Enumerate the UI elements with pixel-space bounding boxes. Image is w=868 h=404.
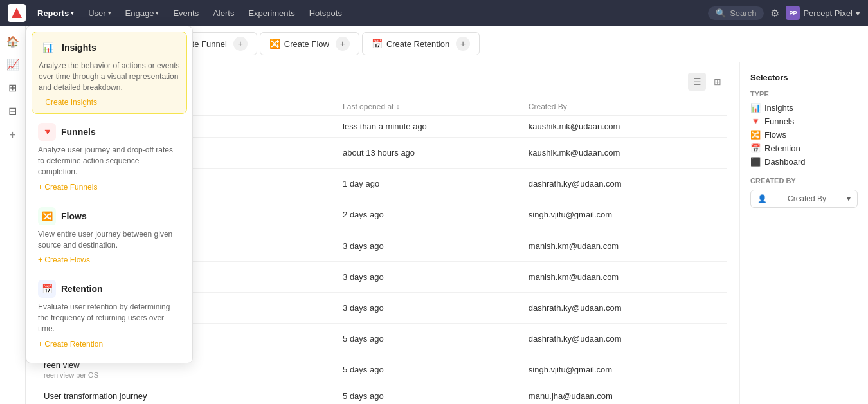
grid-view-toggle[interactable]: ⊞ (709, 73, 727, 91)
row-created-by: dashrath.ky@udaan.com (523, 169, 727, 199)
row-created-by: dashrath.ky@udaan.com (523, 324, 727, 354)
retention-icon: 📅 (38, 280, 56, 298)
type-item-flows[interactable]: 🔀 Flows (750, 130, 858, 140)
create-retention-button[interactable]: 📅 Create Retention + (362, 32, 480, 55)
row-last-opened: 2 days ago (338, 199, 523, 230)
dropdown-section-flows[interactable]: 🔀 Flows View entire user journey between… (32, 201, 187, 271)
create-flow-label: Create Flow (284, 39, 329, 49)
left-sidebar: 🏠 📈 ⊞ ⊟ + (0, 26, 26, 404)
sidebar-home-icon[interactable]: 🏠 (3, 31, 23, 51)
row-created-by: dashrath.ky@udaan.com (523, 293, 727, 324)
retention-title: Retention (61, 284, 103, 294)
sidebar-chart-icon[interactable]: 📈 (3, 54, 23, 75)
retention-label: Retention (764, 143, 800, 153)
row-created-by: manish.km@udaan.com (523, 262, 727, 293)
row-created-by: kaushik.mk@udaan.com (523, 138, 727, 169)
create-retention-label: Create Retention (386, 39, 449, 49)
flows-btn-icon: 🔀 (269, 39, 280, 49)
settings-icon[interactable]: ⚙ (768, 5, 782, 22)
flows-title: Flows (61, 211, 87, 221)
search-bar[interactable]: 🔍 Search (708, 6, 764, 20)
selectors-title: Selectors (750, 73, 858, 82)
create-insights-link[interactable]: + Create Insights (39, 98, 180, 107)
type-item-funnels[interactable]: 🔻 Funnels (750, 116, 858, 126)
logo[interactable] (8, 4, 26, 22)
created-by-title: Created By (750, 177, 858, 185)
nav-user[interactable]: User ▾ (83, 6, 116, 21)
insights-icon: 📊 (39, 39, 57, 57)
chevron-down-icon: ▾ (156, 10, 159, 16)
list-view-toggle[interactable]: ☰ (688, 73, 706, 91)
nav-events[interactable]: Events (168, 6, 204, 21)
funnels-label: Funnels (764, 116, 794, 126)
avatar: PP (786, 6, 800, 20)
col-last-opened[interactable]: Last opened at ↕ (338, 98, 523, 116)
dropdown-section-retention[interactable]: 📅 Retention Evaluate user retention by d… (32, 273, 187, 354)
sidebar-grid-icon[interactable]: ⊞ (3, 77, 23, 98)
funnels-title: Funnels (61, 127, 96, 137)
flows-icon: 🔀 (38, 207, 56, 225)
search-label: Search (730, 8, 756, 18)
row-last-opened: 3 days ago (338, 293, 523, 324)
sidebar-grid2-icon[interactable]: ⊟ (3, 100, 23, 121)
created-by-dropdown[interactable]: 👤 Created By ▾ (750, 190, 858, 208)
row-created-by: kaushik.mk@udaan.com (523, 116, 727, 138)
chevron-down-icon: ▾ (108, 10, 111, 16)
retention-icon: 📅 (750, 143, 761, 153)
flows-header: 🔀 Flows (38, 207, 181, 225)
row-last-opened: 5 days ago (338, 354, 523, 385)
created-by-section: Created By 👤 Created By ▾ (750, 177, 858, 208)
row-last-opened: 3 days ago (338, 262, 523, 293)
created-by-placeholder: Created By (788, 194, 826, 203)
type-item-retention[interactable]: 📅 Retention (750, 143, 858, 153)
nav-reports[interactable]: Reports ▾ (32, 6, 79, 21)
create-retention-link[interactable]: + Create Retention (38, 340, 181, 349)
row-subtitle: reen view per OS (44, 371, 332, 379)
type-item-insights[interactable]: 📊 Insights (750, 103, 858, 113)
reports-dropdown: 📊 Insights Analyze the behavior of actio… (26, 26, 193, 363)
plus-icon: + (456, 37, 470, 51)
plus-icon: + (336, 37, 350, 51)
nav-hotspots[interactable]: Hotspots (304, 6, 347, 21)
nav-alerts[interactable]: Alerts (208, 6, 239, 21)
row-last-opened: 5 days ago (338, 385, 523, 405)
retention-header: 📅 Retention (38, 280, 181, 298)
chevron-down-icon: ▾ (71, 10, 74, 16)
plus-icon: + (233, 37, 248, 51)
funnels-header: 🔻 Funnels (38, 123, 181, 141)
logo-icon (12, 8, 22, 18)
funnels-icon: 🔻 (750, 116, 761, 126)
dropdown-section-funnels[interactable]: 🔻 Funnels Analyze user journey and drop-… (32, 116, 187, 197)
row-last-opened: 1 day ago (338, 169, 523, 199)
insights-title: Insights (62, 42, 96, 53)
row-created-by: manish.km@udaan.com (523, 230, 727, 262)
dashboard-label: Dashboard (764, 157, 806, 167)
row-title: User transformation journey (44, 391, 332, 401)
row-created-by: manu.jha@udaan.com (523, 385, 727, 405)
type-section-title: Type (750, 90, 858, 98)
top-navigation: Reports ▾ User ▾ Engage ▾ Events Alerts … (0, 0, 868, 26)
row-name-cell: User transformation journey (39, 385, 338, 405)
type-item-dashboard[interactable]: ⬛ Dashboard (750, 157, 858, 167)
dashboard-icon: ⬛ (750, 157, 761, 167)
view-toggles: ☰ ⊞ (688, 73, 727, 91)
chevron-down-icon: ▾ (847, 194, 851, 203)
chevron-down-icon: ▾ (856, 8, 860, 18)
nav-engage[interactable]: Engage ▾ (120, 6, 165, 21)
row-last-opened: 5 days ago (338, 324, 523, 354)
col-created-by: Created By (523, 98, 727, 116)
created-by-icon: 👤 (757, 194, 767, 203)
row-last-opened: 3 days ago (338, 230, 523, 262)
sidebar-add-icon[interactable]: + (9, 129, 16, 142)
create-flows-link[interactable]: + Create Flows (38, 255, 181, 264)
user-menu[interactable]: PP Percept Pixel ▾ (786, 6, 860, 20)
create-funnels-link[interactable]: + Create Funnels (38, 183, 181, 192)
right-sidebar: Selectors Type 📊 Insights 🔻 Funnels 🔀 Fl… (739, 62, 868, 404)
table-row[interactable]: User transformation journey 5 days ago m… (39, 385, 727, 405)
retention-desc: Evaluate user retention by determining t… (38, 302, 181, 334)
funnels-icon: 🔻 (38, 123, 56, 141)
insights-desc: Analyze the behavior of actions or event… (39, 60, 180, 93)
dropdown-section-insights[interactable]: 📊 Insights Analyze the behavior of actio… (32, 32, 187, 114)
create-flow-button[interactable]: 🔀 Create Flow + (260, 32, 359, 55)
nav-experiments[interactable]: Experiments (243, 6, 300, 21)
